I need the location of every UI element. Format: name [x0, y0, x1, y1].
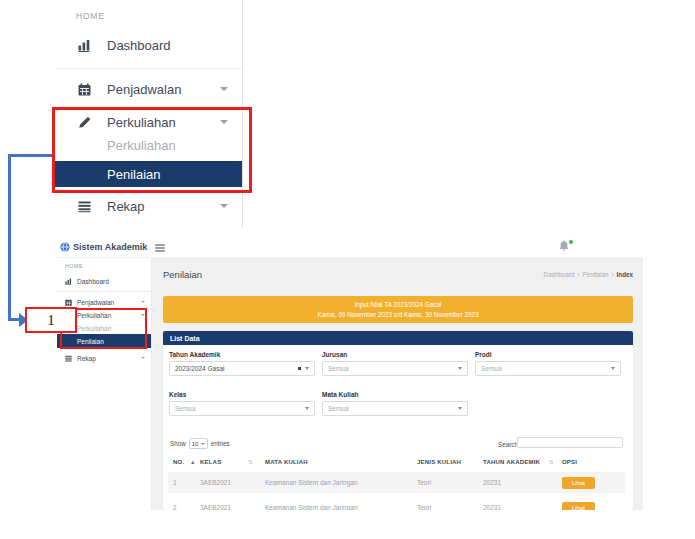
entries-label: entries — [211, 440, 230, 447]
app-header: Sistem Akademik — [57, 238, 643, 258]
tahun-akademik-label: Tahun Akademik — [169, 351, 220, 358]
banner-line-1: Input Nilai TA 2023/2024 Gasal — [355, 301, 442, 309]
sidebar-item-rekap[interactable]: Rekap — [55, 198, 242, 214]
chevron-down-icon — [458, 407, 462, 410]
sidebar-item-perkuliahan[interactable]: Perkuliahan — [55, 114, 242, 130]
pencil-icon — [78, 115, 92, 129]
cell-no: 2 — [173, 504, 177, 510]
column-header-jenis-kuliah[interactable]: JENIS KULIAH — [417, 459, 461, 465]
column-header-no[interactable]: NO. — [173, 459, 184, 465]
sort-asc-icon[interactable]: ▲ — [190, 459, 195, 465]
show-entries-control: Show 10 entries — [170, 438, 230, 449]
cell-mata-kuliah: Keamanan Sistem dan Jaringan — [265, 479, 358, 486]
sidebar-item-dashboard[interactable]: Dashboard — [55, 36, 242, 54]
sidebar-item-dashboard[interactable]: Dashboard — [57, 276, 151, 286]
column-header-tahun-akademik[interactable]: TAHUN AKADEMIK — [483, 459, 540, 465]
jurusan-select[interactable]: Semua — [322, 361, 468, 376]
sort-both-icon[interactable]: ⇅ — [549, 459, 554, 465]
sidebar-item-penjadwalan[interactable]: Penjadwalan — [57, 297, 151, 307]
callout-step-box: 1 — [25, 307, 77, 333]
breadcrumb-item-index: Index — [617, 271, 633, 278]
kelas-label: Kelas — [169, 391, 186, 398]
sidebar-subitem-label: Perkuliahan — [77, 325, 111, 332]
chevron-down-icon — [305, 407, 309, 410]
selected-value: 2023/2024 Gasal — [175, 365, 225, 372]
sidebar-item-label: Dashboard — [107, 38, 171, 53]
cell-kelas: 3AEB2021 — [200, 504, 231, 510]
annotation-arrow-vertical-segment — [8, 154, 11, 321]
breadcrumb-item-penilaian[interactable]: Penilaian — [583, 271, 609, 278]
calendar-icon — [78, 82, 92, 96]
cell-mata-kuliah: Keamanan Sistem dan Jaringan — [265, 504, 358, 510]
calendar-icon — [65, 298, 73, 306]
brand[interactable]: Sistem Akademik — [60, 242, 147, 252]
brand-title: Sistem Akademik — [73, 242, 147, 252]
column-header-kelas[interactable]: KELAS — [200, 459, 221, 465]
chevron-down-icon — [458, 367, 462, 370]
breadcrumb: Dashboard › Penilaian › Index — [544, 271, 633, 278]
chevron-down-icon — [611, 367, 615, 370]
jurusan-label: Jurusan — [322, 351, 347, 358]
sidebar-item-label: Penjadwalan — [107, 82, 181, 97]
kelas-select[interactable]: Semua — [169, 401, 315, 416]
sidebar-subitem-perkuliahan[interactable]: Perkuliahan — [55, 138, 242, 152]
lihat-button[interactable]: Lihat — [562, 477, 595, 489]
cell-tahun-akademik: 20231 — [483, 479, 501, 486]
page-size-value: 10 — [192, 441, 199, 447]
chevron-down-icon — [220, 120, 228, 124]
selected-value: Semua — [481, 365, 502, 372]
breadcrumb-separator: › — [611, 271, 613, 278]
selected-value: Semua — [328, 405, 349, 412]
page-title: Penilaian — [163, 269, 202, 280]
cell-kelas: 3AEB2021 — [200, 479, 231, 486]
cell-jenis-kuliah: Teori — [417, 479, 431, 486]
sidebar-subitem-label: Perkuliahan — [107, 138, 176, 153]
cell-tahun-akademik: 20231 — [483, 504, 501, 510]
sidebar-item-rekap[interactable]: Rekap — [57, 353, 151, 363]
hamburger-menu-icon[interactable] — [155, 244, 165, 252]
list-icon — [65, 354, 73, 362]
selected-value: Semua — [328, 365, 349, 372]
column-header-mata-kuliah[interactable]: MATA KULIAH — [265, 459, 308, 465]
globe-logo-icon — [60, 242, 70, 252]
cell-jenis-kuliah: Teori — [417, 504, 431, 510]
sidebar-item-label: Rekap — [77, 355, 96, 362]
chart-bar-icon — [78, 38, 92, 52]
selected-value: Semua — [175, 405, 196, 412]
chevron-down-icon — [201, 443, 205, 445]
notification-badge — [568, 239, 574, 245]
sidebar-section-label: HOME — [76, 11, 105, 21]
step-number: 1 — [47, 312, 55, 329]
show-label: Show — [170, 440, 186, 447]
search-input[interactable] — [517, 437, 623, 448]
sidebar-item-label: Dashboard — [77, 278, 109, 285]
annotation-arrow-top-segment — [8, 154, 52, 157]
list-data-card: List Data Tahun Akademik 2023/2024 Gasal… — [163, 331, 633, 510]
chevron-down-icon — [141, 301, 145, 303]
sidebar-item-penjadwalan[interactable]: Penjadwalan — [55, 81, 242, 97]
app-sidebar: HOME Dashboard Penjadwalan Perkuli — [57, 258, 152, 510]
sidebar-subitem-penilaian-active[interactable]: Penilaian — [55, 161, 242, 187]
card-header: List Data — [163, 331, 633, 345]
notification-bell-icon[interactable] — [558, 240, 574, 256]
tahun-akademik-select[interactable]: 2023/2024 Gasal — [169, 361, 315, 376]
sort-both-icon[interactable]: ⇅ — [248, 459, 253, 465]
breadcrumb-item-dashboard[interactable]: Dashboard — [544, 271, 575, 278]
app-window: Sistem Akademik HOME Dashboard — [57, 238, 643, 510]
sidebar-item-label: Perkuliahan — [77, 312, 111, 319]
tutorial-screenshot: HOME Dashboard Penjadwalan Perkuliahan P… — [0, 0, 695, 539]
sidebar-divider — [57, 291, 151, 292]
sidebar-subitem-label: Penilaian — [107, 167, 161, 182]
sidebar-subitem-label: Penilaian — [77, 338, 104, 345]
mata-kuliah-select[interactable]: Semua — [322, 401, 468, 416]
page-size-select[interactable]: 10 — [189, 438, 208, 449]
breadcrumb-separator: › — [577, 271, 579, 278]
table-row: 1 3AEB2021 Keamanan Sistem dan Jaringan … — [168, 472, 625, 493]
lihat-button[interactable]: Lihat — [562, 502, 595, 511]
clear-selection-icon[interactable] — [298, 367, 301, 370]
mata-kuliah-label: Mata Kuliah — [322, 391, 358, 398]
card-header-title: List Data — [170, 335, 200, 342]
table-row: 2 3AEB2021 Keamanan Sistem dan Jaringan … — [168, 497, 625, 510]
prodi-select[interactable]: Semua — [475, 361, 621, 376]
sidebar-subitem-penilaian-active[interactable]: Penilaian — [57, 334, 151, 348]
